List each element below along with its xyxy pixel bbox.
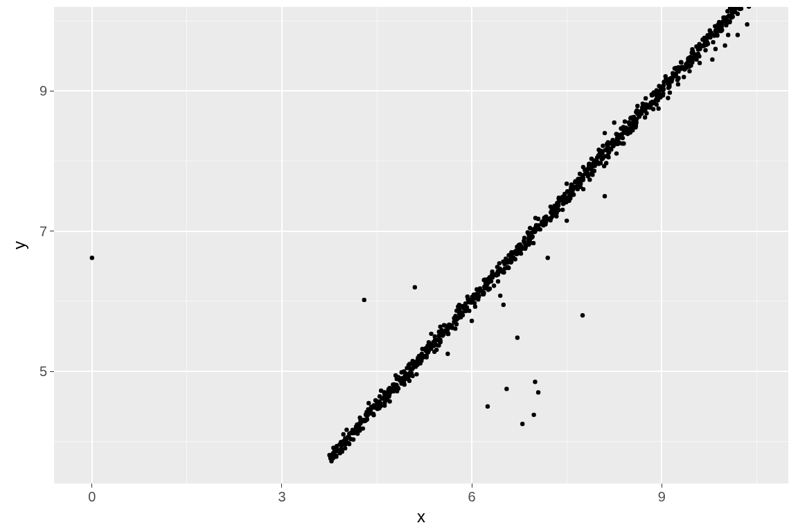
data-point: [592, 169, 596, 173]
data-point: [467, 308, 471, 312]
data-point: [621, 136, 625, 140]
data-point: [429, 332, 433, 336]
scatter-points: [54, 7, 788, 484]
data-point: [632, 115, 636, 119]
data-point: [557, 197, 561, 201]
data-point: [709, 30, 713, 35]
data-point: [419, 353, 423, 357]
x-axis-title: x: [417, 507, 425, 526]
data-point: [674, 68, 678, 72]
data-point: [433, 335, 437, 339]
data-point: [682, 75, 686, 79]
y-tick-mark: [50, 371, 54, 372]
data-point: [587, 162, 591, 166]
data-point: [747, 7, 751, 9]
data-point: [488, 277, 492, 281]
data-point: [492, 283, 496, 287]
scatter-chart: x y 0369579: [0, 0, 798, 532]
data-point: [644, 96, 648, 100]
data-point: [498, 294, 502, 298]
data-point: [497, 261, 502, 265]
data-point: [710, 57, 714, 62]
y-tick-mark: [50, 231, 54, 231]
data-point: [470, 319, 474, 323]
data-point: [656, 107, 660, 111]
data-point: [536, 217, 540, 221]
data-point: [589, 157, 594, 161]
data-point: [434, 348, 438, 352]
data-point: [427, 340, 431, 344]
data-point: [565, 218, 569, 222]
data-point: [441, 332, 445, 337]
data-point: [466, 294, 470, 299]
data-point: [425, 355, 429, 360]
data-point: [413, 285, 417, 290]
data-point: [548, 218, 552, 222]
data-point: [690, 47, 694, 51]
data-point: [339, 443, 344, 447]
data-point: [527, 241, 531, 245]
data-point: [365, 416, 369, 420]
data-point: [615, 136, 619, 141]
data-point: [90, 256, 94, 260]
data-point: [603, 154, 607, 158]
x-tick-label: 0: [88, 489, 96, 505]
data-point: [453, 314, 457, 318]
data-point: [612, 121, 617, 125]
data-point: [585, 167, 589, 171]
data-point: [531, 413, 535, 417]
data-point: [726, 33, 730, 37]
data-point: [568, 196, 572, 200]
data-point: [662, 87, 666, 91]
data-point: [679, 60, 683, 64]
data-point: [387, 393, 391, 397]
data-point: [666, 96, 670, 100]
data-point: [623, 119, 627, 123]
data-point: [714, 30, 718, 35]
data-point: [599, 154, 603, 159]
x-tick-label: 6: [468, 489, 476, 505]
data-point: [560, 208, 565, 212]
x-tick-mark: [472, 484, 472, 488]
x-tick-mark: [281, 484, 282, 488]
data-point: [614, 132, 619, 136]
data-point: [664, 74, 668, 78]
data-point: [698, 61, 702, 65]
data-point: [687, 69, 691, 73]
data-point: [402, 375, 406, 380]
data-point: [400, 370, 404, 374]
data-point: [387, 399, 391, 403]
data-point: [335, 449, 339, 453]
data-point: [362, 298, 366, 302]
data-point: [515, 335, 520, 339]
data-point: [490, 269, 494, 274]
data-point: [713, 47, 718, 51]
x-tick-mark: [91, 484, 92, 488]
data-point: [722, 43, 727, 47]
data-point: [601, 143, 605, 148]
data-point: [502, 303, 506, 307]
data-point: [452, 319, 456, 323]
data-point: [526, 231, 531, 236]
data-point: [652, 100, 656, 104]
data-point: [347, 435, 351, 439]
x-tick-label: 3: [278, 489, 285, 505]
y-tick-label: 7: [39, 223, 47, 239]
x-tick-label: 9: [658, 489, 666, 505]
data-point: [690, 58, 694, 62]
data-point: [361, 426, 365, 430]
data-point: [706, 42, 710, 46]
data-point: [513, 257, 517, 261]
data-point: [565, 181, 569, 186]
data-point: [502, 262, 506, 266]
data-point: [342, 432, 346, 436]
data-point: [581, 177, 585, 181]
data-point: [556, 203, 560, 207]
data-point: [540, 220, 544, 224]
data-point: [578, 181, 583, 186]
data-point: [380, 396, 384, 400]
data-point: [504, 387, 508, 391]
data-point: [745, 22, 749, 26]
data-point: [344, 427, 348, 432]
data-point: [544, 214, 548, 218]
